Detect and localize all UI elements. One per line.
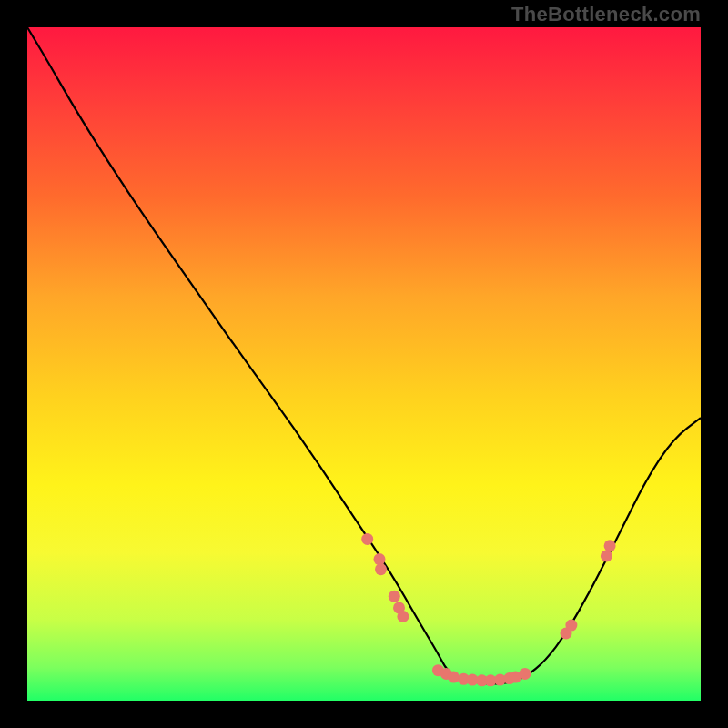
scatter-dot [397, 611, 409, 622]
bottleneck-curve [27, 27, 701, 684]
scatter-dot [565, 620, 577, 632]
scatter-dot [389, 591, 400, 602]
scatter-dot [374, 553, 386, 565]
chart-overlay [27, 27, 701, 701]
scatter-dot [361, 533, 373, 545]
scatter-dot [604, 540, 616, 551]
scatter-dot [601, 550, 612, 561]
scatter-dot [448, 672, 460, 683]
branding-label: TheBottleneck.com [511, 3, 701, 26]
scatter-dot [375, 563, 387, 575]
scatter-group [361, 533, 615, 686]
chart-stage: TheBottleneck.com [0, 0, 728, 728]
scatter-dot [519, 668, 531, 680]
